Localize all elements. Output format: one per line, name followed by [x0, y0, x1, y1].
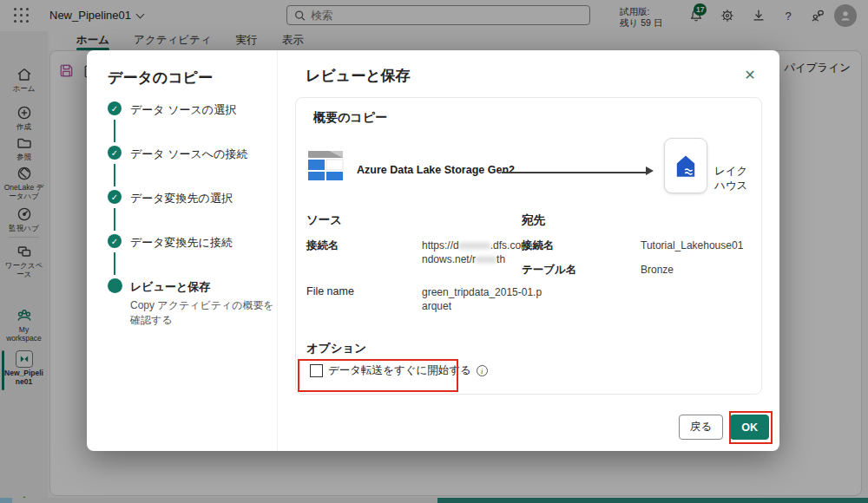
destination-section-heading: 宛先 — [522, 212, 545, 228]
file-name-label: File name — [306, 285, 354, 297]
table-name-label: テーブル名 — [522, 263, 576, 278]
destination-connection-label: 接続名 — [522, 238, 555, 253]
lakehouse-icon — [671, 149, 700, 182]
step-check-icon: ✓ — [108, 234, 122, 248]
adls-gen2-icon — [306, 147, 345, 185]
destination-connection-value: Tutorial_Lakehouse01 — [641, 238, 764, 252]
wizard-title: データのコピー — [108, 68, 260, 88]
panel-title: レビューと保存 — [306, 66, 411, 86]
source-destination-flow: Azure Data Lake Storage Gen2 レイクハウス — [306, 138, 751, 207]
destination-connector-label: レイクハウス — [714, 164, 751, 193]
start-transfer-label: データ転送をすぐに開始する — [328, 363, 471, 378]
wizard-step-4[interactable]: ✓ データ変換先に接続 — [108, 234, 260, 278]
source-connection-label: 接続名 — [306, 238, 339, 253]
source-connector-label: Azure Data Lake Storage Gen2 — [357, 164, 515, 176]
screen: New_Pipeline01 試用版: 残り 59 日 17 — [0, 0, 868, 503]
source-section-heading: ソース — [306, 212, 342, 228]
dialog-footer: 戻る OK — [679, 415, 769, 440]
table-name-value: Bronze — [641, 263, 764, 277]
options-heading: オプション — [306, 341, 366, 356]
flow-arrow-head — [646, 167, 654, 175]
wizard-step-2[interactable]: ✓ データ ソースへの接続 — [108, 146, 260, 190]
wizard-step-5-current[interactable]: レビューと保存 Copy アクティビティの概要を確認する — [108, 278, 260, 328]
info-icon[interactable]: i — [477, 365, 488, 376]
redacted-text: xxxx — [476, 253, 496, 265]
start-transfer-checkbox[interactable] — [310, 364, 323, 377]
wizard-step-1[interactable]: ✓ データ ソースの選択 — [108, 101, 260, 146]
wizard-steps-panel: データのコピー ✓ データ ソースの選択 ✓ データ ソースへの接続 ✓ データ… — [87, 50, 278, 451]
step-current-dot — [108, 278, 122, 293]
flow-arrow-line — [502, 172, 648, 173]
back-button[interactable]: 戻る — [679, 415, 723, 440]
review-save-panel: レビューと保存 ✕ 概要のコピー Azure Data Lake Storage… — [278, 50, 779, 451]
copy-summary-card: 概要のコピー Azure Data Lake Storage Gen2 — [295, 97, 762, 395]
step-check-icon: ✓ — [108, 190, 122, 204]
step-check-icon: ✓ — [108, 146, 122, 160]
ok-button[interactable]: OK — [730, 415, 769, 440]
wizard-step-3[interactable]: ✓ データ変換先の選択 — [108, 190, 260, 234]
copy-data-wizard-dialog: データのコピー ✓ データ ソースの選択 ✓ データ ソースへの接続 ✓ データ… — [87, 50, 779, 451]
lakehouse-tile[interactable] — [664, 138, 707, 193]
start-transfer-option: データ転送をすぐに開始する i — [310, 363, 488, 378]
close-icon[interactable]: ✕ — [740, 64, 760, 85]
step-check-icon: ✓ — [108, 101, 122, 115]
card-title: 概要のコピー — [313, 110, 387, 126]
file-name-value: green_tripdata_2015-01.parquet — [422, 285, 545, 313]
step-description: Copy アクティビティの概要を確認する — [130, 298, 279, 328]
redacted-text: xxxxxx — [459, 239, 490, 252]
